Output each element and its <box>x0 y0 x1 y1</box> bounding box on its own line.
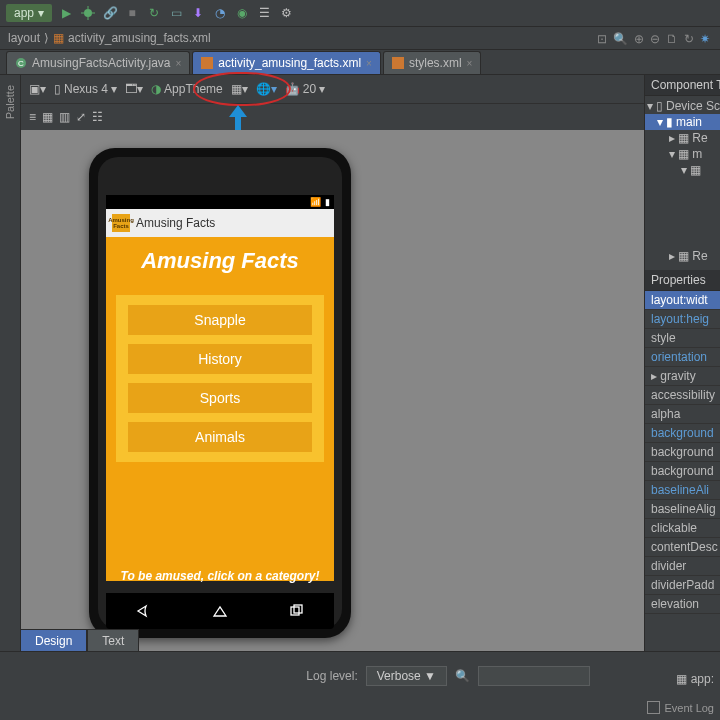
event-log[interactable]: Event Log <box>647 701 714 714</box>
xml-file-icon: ▦ <box>53 31 64 45</box>
tab-label: activity_amusing_facts.xml <box>218 56 361 70</box>
properties-title: Properties <box>645 270 720 291</box>
expand-icon[interactable]: ⤢ <box>76 110 86 124</box>
xml-file-icon <box>201 57 213 69</box>
theme-icon: ◑ <box>151 82 161 96</box>
breadcrumb-item[interactable]: layout <box>8 31 40 45</box>
properties-list[interactable]: layout:widtlayout:heigstyleorientation▸ … <box>645 291 720 653</box>
toggle-icon[interactable]: ▣▾ <box>29 82 46 96</box>
device-frame: 📶▮ Amusing Facts Amusing Facts Amusing F… <box>89 148 351 638</box>
property-row[interactable]: divider <box>645 557 720 576</box>
footer-text: To be amused, click on a category! <box>98 569 342 583</box>
back-icon[interactable] <box>134 604 154 618</box>
tab-text[interactable]: Text <box>87 629 139 652</box>
property-row[interactable]: ▸ gravity <box>645 367 720 386</box>
preview-canvas[interactable]: 📶▮ Amusing Facts Amusing Facts Amusing F… <box>21 130 644 653</box>
grid-icon[interactable]: ▦ <box>42 110 53 124</box>
monitor-icon[interactable]: ◔ <box>212 5 228 21</box>
api-selector[interactable]: 🤖 20▾ <box>285 82 325 96</box>
property-row[interactable]: background <box>645 462 720 481</box>
zoom-actual-icon[interactable]: 🔍 <box>613 32 628 46</box>
palette-tab[interactable]: Palette <box>0 75 21 653</box>
zoom-in-icon[interactable]: ⊕ <box>634 32 644 46</box>
app-badge[interactable]: ▦ app: <box>676 672 714 686</box>
property-row[interactable]: background <box>645 443 720 462</box>
app-logo: Amusing Facts <box>112 214 130 232</box>
property-row[interactable]: alpha <box>645 405 720 424</box>
right-panel: Component Tree ▾▯Device Sc ▾▮main ▸ ▦Re … <box>644 75 720 653</box>
category-button[interactable]: Snapple <box>128 305 312 335</box>
property-row[interactable]: dividerPadd <box>645 576 720 595</box>
property-row[interactable]: baselineAli <box>645 481 720 500</box>
sdk-icon[interactable]: ⬇ <box>190 5 206 21</box>
tree-main[interactable]: ▾▮main <box>645 114 720 130</box>
android-icon[interactable]: ◉ <box>234 5 250 21</box>
recents-icon[interactable] <box>286 604 306 618</box>
distribute-icon[interactable]: ☷ <box>92 110 103 124</box>
category-button[interactable]: Sports <box>128 383 312 413</box>
zoom-out-icon[interactable]: ⊖ <box>650 32 660 46</box>
module-selector[interactable]: app ▾ <box>6 4 52 22</box>
layout-icon[interactable]: ▥ <box>59 110 70 124</box>
align-icon[interactable]: ≡ <box>29 110 36 124</box>
tab-styles-xml[interactable]: styles.xml × <box>383 51 482 74</box>
tree-item[interactable]: ▾ ▦ <box>645 162 720 178</box>
property-row[interactable]: accessibility <box>645 386 720 405</box>
reset-icon[interactable]: ↻ <box>684 32 694 46</box>
tree-item[interactable]: ▸ ▦Re <box>645 130 720 146</box>
close-icon[interactable]: × <box>467 58 473 69</box>
module-label: app <box>14 6 34 20</box>
attach-icon[interactable]: 🔗 <box>102 5 118 21</box>
editor-tabs: C AmusingFactsActivity.java × activity_a… <box>0 50 720 75</box>
orientation-icon[interactable]: 🗔▾ <box>125 82 143 96</box>
gear-icon[interactable]: ✷ <box>700 32 710 46</box>
svg-rect-10 <box>294 605 302 613</box>
theme-selector[interactable]: ◑ AppTheme <box>151 82 223 96</box>
battery-icon: ▮ <box>325 197 330 207</box>
category-button[interactable]: Animals <box>128 422 312 452</box>
property-row[interactable]: clickable <box>645 519 720 538</box>
zoom-fit-icon[interactable]: ⊡ <box>597 32 607 46</box>
device-selector[interactable]: ▯ Nexus 4▾ <box>54 82 117 96</box>
palette-label: Palette <box>4 85 16 119</box>
svg-rect-9 <box>291 607 299 615</box>
tab-design[interactable]: Design <box>20 629 87 652</box>
stop-icon[interactable]: ■ <box>124 5 140 21</box>
tree-item[interactable]: ▸ ▦Re <box>645 248 720 264</box>
tree-device[interactable]: ▾▯Device Sc <box>645 98 720 114</box>
category-button[interactable]: History <box>128 344 312 374</box>
close-icon[interactable]: × <box>366 58 372 69</box>
property-row[interactable]: style <box>645 329 720 348</box>
home-icon[interactable] <box>210 604 230 618</box>
property-row[interactable]: layout:widt <box>645 291 720 310</box>
log-level-select[interactable]: Verbose ▼ <box>366 666 447 686</box>
log-search-input[interactable] <box>478 666 590 686</box>
sync-icon[interactable]: ↻ <box>146 5 162 21</box>
property-row[interactable]: baselineAlig <box>645 500 720 519</box>
avd-icon[interactable]: ▭ <box>168 5 184 21</box>
settings-icon[interactable]: ⚙ <box>278 5 294 21</box>
property-row[interactable]: layout:heig <box>645 310 720 329</box>
status-bar: 📶▮ <box>106 195 334 209</box>
debug-icon[interactable] <box>80 5 96 21</box>
tab-layout-xml[interactable]: activity_amusing_facts.xml × <box>192 51 381 74</box>
structure-icon[interactable]: ☰ <box>256 5 272 21</box>
breadcrumb-item[interactable]: activity_amusing_facts.xml <box>68 31 211 45</box>
refresh-icon[interactable]: 🗋 <box>666 32 678 46</box>
property-row[interactable]: contentDesc <box>645 538 720 557</box>
property-row[interactable]: elevation <box>645 595 720 614</box>
config-icon[interactable]: ▦▾ <box>231 82 248 96</box>
locale-icon[interactable]: 🌐▾ <box>256 82 277 96</box>
tab-java[interactable]: C AmusingFactsActivity.java × <box>6 51 190 74</box>
property-row[interactable]: background <box>645 424 720 443</box>
run-icon[interactable]: ▶ <box>58 5 74 21</box>
phone-icon: ▯ <box>54 82 61 96</box>
component-tree-title: Component Tree <box>645 75 720 96</box>
android-icon: 🤖 <box>285 82 300 96</box>
zoom-controls: ⊡ 🔍 ⊕ ⊖ 🗋 ↻ ✷ <box>597 32 710 46</box>
device-screen: 📶▮ Amusing Facts Amusing Facts Amusing F… <box>106 195 334 581</box>
close-icon[interactable]: × <box>176 58 182 69</box>
tree-item[interactable]: ▾ ▦m <box>645 146 720 162</box>
property-row[interactable]: orientation <box>645 348 720 367</box>
tab-label: styles.xml <box>409 56 462 70</box>
